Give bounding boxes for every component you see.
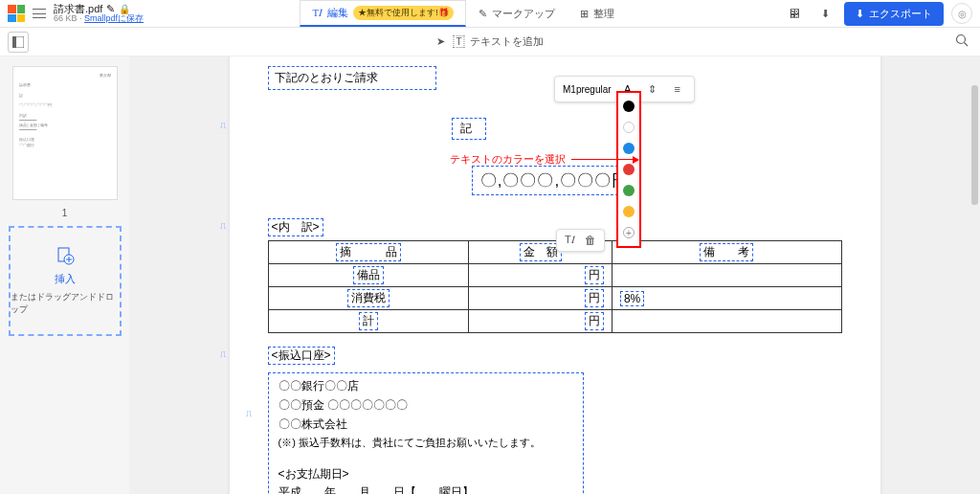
marker-icon: ⎍ <box>246 406 252 422</box>
mode-tabs: T𝐼編集★無料で使用します!🎁 ✎マークアップ ⊞整理 <box>300 0 626 27</box>
file-info: 請求書.pdf ✎ 🔒 66 KB · Smallpdfに保存 <box>54 3 144 24</box>
thumbnail-sidebar: 東京都請求書記〇,〇〇〇,〇〇〇円内訳━━━━━━━━━摘品 | 金額 | 備考… <box>0 56 129 494</box>
bank-line: 〇〇銀行〇〇店 <box>278 377 573 396</box>
search-icon[interactable] <box>955 34 969 51</box>
table-header[interactable]: 摘 品 <box>336 243 401 261</box>
table-header[interactable]: 金 額 <box>520 243 562 261</box>
color-green[interactable] <box>623 185 635 196</box>
table-cell[interactable]: 計 <box>359 312 378 330</box>
svg-point-2 <box>957 34 966 43</box>
marker-icon: ⎍ <box>220 220 226 231</box>
section-label[interactable]: <振込口座> <box>268 347 335 365</box>
menu-icon[interactable] <box>33 9 46 18</box>
pdf-page: 下記のとおりご請求 ⎍ 記 〇,〇〇〇,〇〇〇円 ⎍ <内 訳> 摘 品金 額備… <box>230 56 880 494</box>
table-header[interactable]: 備 考 <box>700 243 753 261</box>
font-name[interactable]: M1pregular <box>563 84 612 95</box>
save-cloud-link[interactable]: Smallpdfに保存 <box>84 13 144 23</box>
user-avatar[interactable]: ◎ <box>951 3 972 24</box>
document-viewport[interactable]: 下記のとおりご請求 ⎍ 記 〇,〇〇〇,〇〇〇円 ⎍ <内 訳> 摘 品金 額備… <box>129 56 980 494</box>
color-yellow[interactable] <box>623 206 635 217</box>
free-badge: ★無料で使用します!🎁 <box>353 6 454 20</box>
download-icon[interactable]: ⬇ <box>813 2 836 25</box>
sidebar-toggle[interactable] <box>8 32 29 53</box>
pointer-icon[interactable]: ➤ <box>436 35 445 48</box>
add-text-button[interactable]: Tテキストを追加 <box>453 34 543 49</box>
align-icon[interactable]: ≡ <box>669 80 686 98</box>
table-cell[interactable]: 消費税 <box>347 289 390 307</box>
color-black[interactable] <box>623 101 635 112</box>
svg-line-3 <box>965 42 969 46</box>
color-picker-panel: + <box>616 91 641 248</box>
text-heading[interactable]: 記 <box>452 118 486 140</box>
share-icon[interactable]: ⵪ <box>783 2 806 25</box>
table-cell[interactable]: 8% <box>620 291 644 306</box>
lock-icon[interactable]: 🔒 <box>119 4 130 14</box>
bank-info[interactable]: ⎍ 〇〇銀行〇〇店 〇〇預金 〇〇〇〇〇〇〇 〇〇株式会社 (※) 振込手数料は… <box>268 372 584 494</box>
pay-head: <お支払期日> <box>278 465 573 484</box>
table-cell[interactable]: 円 <box>585 266 604 284</box>
amount-field[interactable]: 〇,〇〇〇,〇〇〇円 <box>472 166 637 195</box>
add-color-icon[interactable]: + <box>623 227 635 238</box>
table-cell[interactable]: 備品 <box>353 266 384 284</box>
export-button[interactable]: ⬇エクスポート <box>844 2 944 26</box>
size-stepper-icon[interactable]: ⇕ <box>644 80 661 98</box>
app-logo <box>8 5 25 22</box>
file-size: 66 KB <box>54 13 78 23</box>
edit-text-icon[interactable]: T𝐼 <box>565 234 575 247</box>
tab-markup[interactable]: ✎マークアップ <box>466 1 568 27</box>
bank-note: (※) 振込手数料は、貴社にてご負担お願いいたします。 <box>278 434 573 451</box>
text-block[interactable]: 下記のとおりご請求 <box>268 66 436 90</box>
table-cell[interactable]: 円 <box>585 312 604 330</box>
breakdown-table: 摘 品金 額備 考 備品円 消費税円8% 計円 <box>268 240 842 333</box>
pay-line: 平成 年 月 日【 曜日】 <box>278 483 573 494</box>
svg-rect-1 <box>12 36 16 48</box>
tab-edit[interactable]: T𝐼編集★無料で使用します!🎁 <box>300 0 465 27</box>
marker-icon: ⎍ <box>220 348 226 359</box>
tab-organize[interactable]: ⊞整理 <box>568 1 627 27</box>
selection-toolbar: T𝐼 🗑 <box>556 229 605 252</box>
section-label[interactable]: <内 訳> <box>268 218 323 236</box>
insert-page-drop[interactable]: 挿入 またはドラッグアンドドロップ <box>9 226 122 336</box>
page-thumbnail[interactable]: 東京都請求書記〇,〇〇〇,〇〇〇円内訳━━━━━━━━━摘品 | 金額 | 備考… <box>12 66 118 200</box>
color-white[interactable] <box>623 122 635 133</box>
delete-icon[interactable]: 🗑 <box>585 234 596 247</box>
annotation-label: テキストのカラーを選択 <box>450 152 638 167</box>
insert-label: 挿入 <box>55 272 76 286</box>
marker-icon: ⎍ <box>220 120 226 130</box>
page-number: 1 <box>62 208 68 218</box>
arrow-icon <box>571 159 638 161</box>
bank-line: 〇〇株式会社 <box>278 415 573 435</box>
table-cell[interactable]: 円 <box>585 289 604 307</box>
bank-line: 〇〇預金 〇〇〇〇〇〇〇 <box>278 396 573 415</box>
dragdrop-label: またはドラッグアンドドロップ <box>11 291 120 316</box>
scrollbar[interactable] <box>971 85 978 205</box>
